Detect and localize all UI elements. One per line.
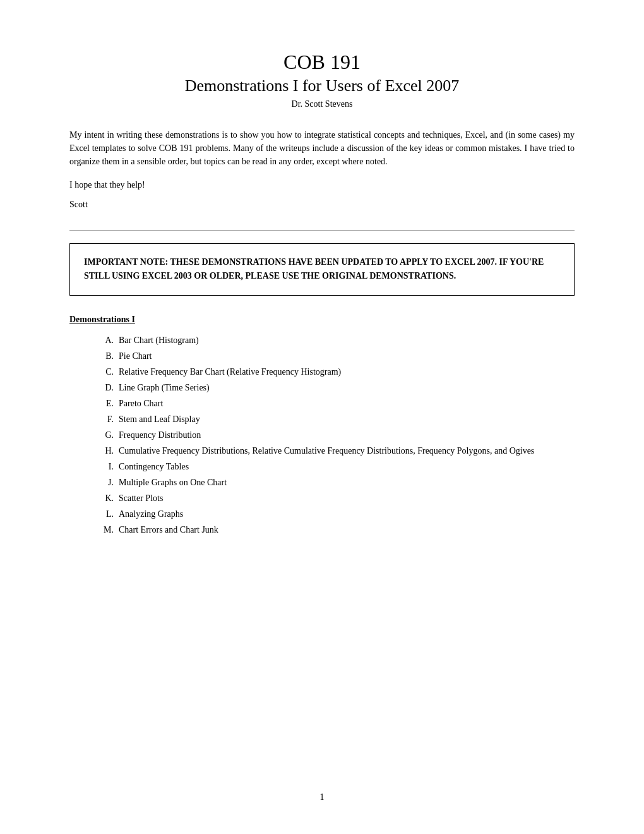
title-sub: Demonstrations I for Users of Excel 2007 bbox=[69, 76, 575, 95]
demos-section: Demonstrations I A.Bar Chart (Histogram)… bbox=[69, 315, 575, 536]
list-item: B.Pie Chart bbox=[101, 349, 575, 363]
list-item-text: Bar Chart (Histogram) bbox=[119, 334, 199, 347]
list-item-letter: A. bbox=[101, 334, 114, 347]
list-item-text: Frequency Distribution bbox=[119, 428, 201, 442]
important-note-text: IMPORTANT NOTE: THESE DEMONSTRATIONS HAV… bbox=[84, 255, 560, 284]
list-item-text: Relative Frequency Bar Chart (Relative F… bbox=[119, 365, 341, 378]
list-item-text: Contingency Tables bbox=[119, 460, 189, 473]
demo-list: A.Bar Chart (Histogram)B.Pie ChartC.Rela… bbox=[101, 334, 575, 536]
list-item: D.Line Graph (Time Series) bbox=[101, 381, 575, 394]
list-item: M.Chart Errors and Chart Junk bbox=[101, 523, 575, 536]
list-item-text: Cumulative Frequency Distributions, Rela… bbox=[119, 444, 534, 457]
list-item-text: Multiple Graphs on One Chart bbox=[119, 476, 227, 489]
list-item-letter: D. bbox=[101, 381, 114, 394]
list-item: A.Bar Chart (Histogram) bbox=[101, 334, 575, 347]
divider bbox=[69, 230, 575, 231]
list-item-letter: M. bbox=[101, 523, 114, 536]
list-item: C.Relative Frequency Bar Chart (Relative… bbox=[101, 365, 575, 378]
page: COB 191 Demonstrations I for Users of Ex… bbox=[0, 0, 644, 834]
title-main: COB 191 bbox=[69, 51, 575, 74]
header: COB 191 Demonstrations I for Users of Ex… bbox=[69, 51, 575, 109]
list-item: J.Multiple Graphs on One Chart bbox=[101, 476, 575, 489]
list-item: I.Contingency Tables bbox=[101, 460, 575, 473]
list-item-letter: B. bbox=[101, 349, 114, 363]
list-item-text: Analyzing Graphs bbox=[119, 507, 183, 521]
list-item-text: Scatter Plots bbox=[119, 492, 163, 505]
list-item: E.Pareto Chart bbox=[101, 397, 575, 410]
page-number: 1 bbox=[320, 792, 325, 802]
list-item-text: Chart Errors and Chart Junk bbox=[119, 523, 218, 536]
list-item-letter: F. bbox=[101, 413, 114, 426]
list-item-letter: J. bbox=[101, 476, 114, 489]
list-item: K.Scatter Plots bbox=[101, 492, 575, 505]
list-item-text: Line Graph (Time Series) bbox=[119, 381, 210, 394]
important-note-box: IMPORTANT NOTE: THESE DEMONSTRATIONS HAV… bbox=[69, 243, 575, 296]
hope-text: I hope that they help! bbox=[69, 178, 575, 191]
list-item: F.Stem and Leaf Display bbox=[101, 413, 575, 426]
list-item-letter: L. bbox=[101, 507, 114, 521]
list-item-text: Pie Chart bbox=[119, 349, 152, 363]
list-item: L.Analyzing Graphs bbox=[101, 507, 575, 521]
list-item-letter: I. bbox=[101, 460, 114, 473]
intro-paragraph: My intent in writing these demonstration… bbox=[69, 128, 575, 168]
list-item-letter: K. bbox=[101, 492, 114, 505]
list-item-text: Pareto Chart bbox=[119, 397, 163, 410]
list-item: H.Cumulative Frequency Distributions, Re… bbox=[101, 444, 575, 457]
list-item: G.Frequency Distribution bbox=[101, 428, 575, 442]
sign-text: Scott bbox=[69, 198, 575, 211]
list-item-letter: E. bbox=[101, 397, 114, 410]
list-item-letter: C. bbox=[101, 365, 114, 378]
author: Dr. Scott Stevens bbox=[69, 99, 575, 109]
list-item-letter: H. bbox=[101, 444, 114, 457]
list-item-text: Stem and Leaf Display bbox=[119, 413, 200, 426]
list-item-letter: G. bbox=[101, 428, 114, 442]
demos-heading: Demonstrations I bbox=[69, 315, 575, 325]
